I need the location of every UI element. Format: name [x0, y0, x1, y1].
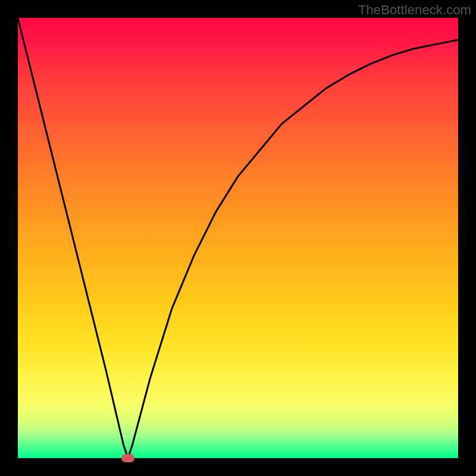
minimum-marker — [121, 454, 134, 462]
bottleneck-curve — [18, 18, 458, 458]
chart-frame: TheBottleneck.com — [0, 0, 476, 476]
attribution-text: TheBottleneck.com — [358, 2, 471, 18]
plot-area — [18, 18, 458, 458]
